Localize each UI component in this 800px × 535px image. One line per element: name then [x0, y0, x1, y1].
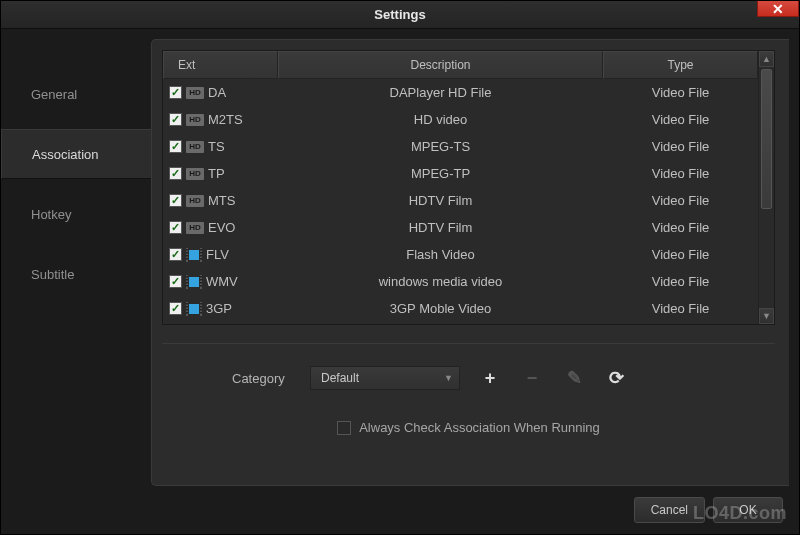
- cell-type: Video File: [603, 274, 758, 289]
- svg-rect-8: [200, 249, 202, 251]
- sidebar: General Association Hotkey Subtitle: [1, 29, 151, 486]
- table-row[interactable]: ✓HDEVOHDTV FilmVideo File: [163, 214, 758, 241]
- svg-rect-6: [186, 255, 188, 257]
- row-checkbox[interactable]: ✓: [169, 86, 182, 99]
- svg-rect-11: [200, 258, 202, 260]
- cell-description: windows media video: [278, 274, 603, 289]
- film-strip-icon: [186, 248, 202, 262]
- svg-rect-35: [200, 312, 202, 314]
- cell-description: HDTV Film: [278, 220, 603, 235]
- table-header-row: Ext Description Type: [163, 51, 758, 79]
- close-button[interactable]: ✕: [757, 1, 799, 17]
- film-strip-icon: [186, 302, 202, 316]
- edit-category-button[interactable]: ✎: [562, 366, 586, 390]
- svg-rect-34: [200, 309, 202, 311]
- add-category-button[interactable]: +: [478, 366, 502, 390]
- svg-rect-5: [186, 252, 188, 254]
- scroll-up-button[interactable]: ▲: [759, 51, 774, 67]
- row-checkbox[interactable]: ✓: [169, 248, 182, 261]
- footer: Cancel OK: [1, 486, 799, 534]
- column-header-label: Type: [667, 58, 693, 72]
- row-checkbox[interactable]: ✓: [169, 302, 182, 315]
- scroll-down-button[interactable]: ▼: [759, 308, 774, 324]
- column-header-type[interactable]: Type: [603, 51, 758, 79]
- ext-label: TP: [208, 166, 225, 181]
- row-checkbox[interactable]: ✓: [169, 140, 182, 153]
- remove-category-button[interactable]: −: [520, 366, 544, 390]
- cell-description: HD video: [278, 112, 603, 127]
- refresh-button[interactable]: ⟳: [604, 366, 628, 390]
- sidebar-item-hotkey[interactable]: Hotkey: [1, 189, 151, 239]
- cell-description: MPEG-TS: [278, 139, 603, 154]
- cell-description: MPEG-TP: [278, 166, 603, 181]
- cell-type: Video File: [603, 247, 758, 262]
- column-header-description[interactable]: Description: [278, 51, 603, 79]
- svg-rect-23: [200, 285, 202, 287]
- table-row[interactable]: ✓HDM2TSHD videoVideo File: [163, 106, 758, 133]
- plus-icon: +: [485, 368, 496, 389]
- svg-rect-22: [200, 282, 202, 284]
- cell-description: Flash Video: [278, 247, 603, 262]
- minus-icon: −: [527, 368, 538, 389]
- button-label: OK: [739, 503, 756, 517]
- category-select[interactable]: Default ▼: [310, 366, 460, 390]
- cancel-button[interactable]: Cancel: [634, 497, 705, 523]
- svg-rect-29: [186, 306, 188, 308]
- category-label: Category: [232, 371, 292, 386]
- sidebar-item-association[interactable]: Association: [1, 129, 151, 179]
- cell-ext: ✓FLV: [163, 247, 278, 262]
- table-body: ✓HDDADAPlayer HD FileVideo File✓HDM2TSHD…: [163, 79, 758, 322]
- sidebar-item-label: Subtitle: [31, 267, 74, 282]
- svg-rect-32: [200, 303, 202, 305]
- row-checkbox[interactable]: ✓: [169, 194, 182, 207]
- refresh-icon: ⟳: [609, 367, 624, 389]
- svg-rect-21: [200, 279, 202, 281]
- svg-rect-19: [186, 285, 188, 287]
- cell-type: Video File: [603, 220, 758, 235]
- svg-rect-10: [200, 255, 202, 257]
- svg-rect-20: [200, 276, 202, 278]
- row-checkbox[interactable]: ✓: [169, 275, 182, 288]
- ext-label: MTS: [208, 193, 235, 208]
- sidebar-item-label: Association: [32, 147, 98, 162]
- vertical-scrollbar[interactable]: ▲ ▼: [758, 51, 774, 324]
- table-row[interactable]: ✓HDTPMPEG-TPVideo File: [163, 160, 758, 187]
- close-icon: ✕: [772, 2, 784, 16]
- row-checkbox[interactable]: ✓: [169, 167, 182, 180]
- scroll-track[interactable]: [759, 67, 774, 308]
- table-row[interactable]: ✓FLVFlash VideoVideo File: [163, 241, 758, 268]
- ext-label: 3GP: [206, 301, 232, 316]
- row-checkbox[interactable]: ✓: [169, 113, 182, 126]
- cell-type: Video File: [603, 139, 758, 154]
- sidebar-item-subtitle[interactable]: Subtitle: [1, 249, 151, 299]
- scroll-thumb[interactable]: [761, 69, 772, 209]
- cell-type: Video File: [603, 193, 758, 208]
- table-row[interactable]: ✓HDMTSHDTV FilmVideo File: [163, 187, 758, 214]
- sidebar-item-general[interactable]: General: [1, 69, 151, 119]
- svg-rect-13: [189, 277, 199, 287]
- ext-label: FLV: [206, 247, 229, 262]
- always-check-checkbox[interactable]: [337, 421, 351, 435]
- main-panel: Ext Description Type ✓HDDADAPlayer HD Fi…: [151, 39, 789, 486]
- sidebar-item-label: General: [31, 87, 77, 102]
- table-row[interactable]: ✓HDTSMPEG-TSVideo File: [163, 133, 758, 160]
- cell-ext: ✓HDDA: [163, 85, 278, 100]
- ext-label: WMV: [206, 274, 238, 289]
- table-row[interactable]: ✓3GP3GP Moble VideoVideo File: [163, 295, 758, 322]
- sidebar-item-label: Hotkey: [31, 207, 71, 222]
- cell-description: DAPlayer HD File: [278, 85, 603, 100]
- pencil-icon: ✎: [567, 367, 582, 389]
- ok-button[interactable]: OK: [713, 497, 783, 523]
- chevron-down-icon: ▼: [762, 311, 771, 321]
- table-row[interactable]: ✓WMVwindows media videoVideo File: [163, 268, 758, 295]
- column-header-ext[interactable]: Ext: [163, 51, 278, 79]
- svg-rect-1: [189, 250, 199, 260]
- select-value: Default: [321, 371, 359, 385]
- table-row[interactable]: ✓HDDADAPlayer HD FileVideo File: [163, 79, 758, 106]
- table-inner: Ext Description Type ✓HDDADAPlayer HD Fi…: [163, 51, 758, 324]
- svg-rect-4: [186, 249, 188, 251]
- row-checkbox[interactable]: ✓: [169, 221, 182, 234]
- cell-ext: ✓3GP: [163, 301, 278, 316]
- category-row: Category Default ▼ + − ✎ ⟳: [162, 366, 775, 390]
- chevron-up-icon: ▲: [762, 54, 771, 64]
